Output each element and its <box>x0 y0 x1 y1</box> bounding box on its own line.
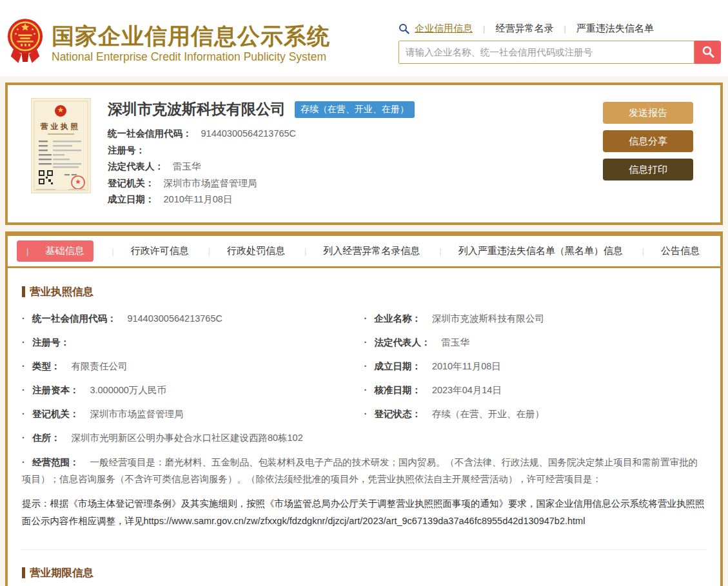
field-label: 注册号： <box>32 337 70 347</box>
license-field-full: 住所： 深圳市光明新区公明办事处合水口社区建设西路80栋102 <box>22 429 706 446</box>
section-divider <box>22 549 706 550</box>
field-label: 住所： <box>32 433 61 443</box>
site-title-en: National Enterprise Credit Information P… <box>52 50 330 64</box>
field-label: 注册资本： <box>32 385 79 395</box>
field-value: 2010年11月08日 <box>432 361 501 371</box>
field-value: 深圳市光明新区公明办事处合水口社区建设西路80栋102 <box>71 433 302 443</box>
company-summary-field: 登记机关： 深圳市市场监督管理局 <box>108 178 603 189</box>
tab[interactable]: 公告信息 <box>641 240 701 262</box>
site-title-cn: 国家企业信用信息公示系统 <box>52 23 330 49</box>
site-brand: 国家企业信用信息公示系统 National Enterprise Credit … <box>6 17 330 70</box>
search-category-link[interactable]: 经营异常名录 <box>473 23 553 35</box>
field-label: 统一社会信用代码： <box>32 313 117 324</box>
field-value: 存续（在营、开业、在册） <box>432 409 544 419</box>
field-value: 3.000000万人民币 <box>90 385 166 395</box>
field-label: 登记状态： <box>374 409 421 419</box>
license-field: 成立日期： 2010年11月08日 <box>364 358 707 375</box>
field-value: 深圳市克波斯科技有限公司 <box>432 313 544 324</box>
field-label: 法定代表人： <box>108 161 164 172</box>
field-value: 2023年04月14日 <box>432 385 502 395</box>
field-label: 核准日期： <box>374 385 421 395</box>
field-label: 统一社会信用代码： <box>108 128 192 139</box>
company-summary-field: 法定代表人： 雷玉华 <box>108 161 603 172</box>
search-category-nav: 企业信用信息 经营异常名录 严重违法失信名单 <box>398 22 721 35</box>
search-button[interactable] <box>694 41 721 64</box>
svg-text:营业执照: 营业执照 <box>40 122 81 131</box>
status-badge: 存续（在营、开业、在册） <box>295 101 415 118</box>
field-value: 91440300564213765C <box>127 313 222 324</box>
tab[interactable]: 列入严重违法失信名单（黑名单）信息 <box>438 240 624 262</box>
field-label: 登记机关： <box>108 178 155 189</box>
search-category-link[interactable]: 企业信用信息 <box>415 23 473 35</box>
company-info: 深圳市克波斯科技有限公司 存续（在营、开业、在册） 统一社会信用代码： 9144… <box>108 98 603 211</box>
field-value: 有限责任公司 <box>71 361 127 371</box>
license-field: 法定代表人： 雷玉华 <box>364 334 707 351</box>
field-label: 注册号： <box>108 145 145 156</box>
company-summary-field: 统一社会信用代码： 91440300564213765C <box>108 128 603 139</box>
license-field: 核准日期： 2023年04月14日 <box>364 382 707 398</box>
tab[interactable]: 行政许可信息 <box>110 240 190 262</box>
section-title-bar-icon <box>22 286 25 297</box>
license-field: 企业名称： 深圳市克波斯科技有限公司 <box>364 310 707 327</box>
search-input[interactable] <box>398 41 694 64</box>
national-emblem-logo <box>6 17 44 70</box>
header-search-area: 企业信用信息 经营异常名录 严重违法失信名单 <box>398 22 721 64</box>
period-section-title: 营业期限信息 <box>22 566 706 580</box>
basic-info-panel: 营业执照信息 统一社会信用代码： 91440300564213765C 注册号： <box>8 268 720 586</box>
search-button-icon <box>702 45 714 60</box>
field-value: 雷玉华 <box>441 337 469 347</box>
field-label: 企业名称： <box>374 313 421 324</box>
search-category-link[interactable]: 严重违法失信名单 <box>553 23 653 35</box>
field-value: 91440300564213765C <box>201 128 297 139</box>
company-summary-field: 注册号： <box>108 145 603 156</box>
tab[interactable]: 基础信息 <box>17 240 93 262</box>
license-field: 注册资本： 3.000000万人民币 <box>22 382 364 398</box>
company-summary-card: 营业执照 深圳市克波斯科技有限公 <box>5 83 723 225</box>
site-header: 国家企业信用信息公示系统 National Enterprise Credit … <box>0 0 728 76</box>
detail-card: 基础信息 行政许可信息 行政处罚信息 列入经营异常名录信息 列入严重违法失信名单… <box>5 231 723 586</box>
business-license-thumbnail[interactable]: 营业执照 <box>31 98 91 193</box>
field-label: 登记机关： <box>32 409 79 419</box>
license-field: 登记机关： 深圳市市场监督管理局 <box>22 405 364 422</box>
license-field: 注册号： <box>22 334 364 351</box>
field-label: 成立日期： <box>374 361 421 371</box>
license-field-full: 经营范围： 一般经营项目是：磨光材料、五金制品、包装材料及电子产品的技术研发；国… <box>22 454 706 487</box>
field-label: 成立日期： <box>108 194 155 205</box>
action-button[interactable]: 信息打印 <box>603 159 693 181</box>
field-value: 2010年11月08日 <box>164 194 233 205</box>
license-field: 统一社会信用代码： 91440300564213765C <box>22 310 364 327</box>
field-label: 经营范围： <box>32 457 79 467</box>
action-button[interactable]: 信息分享 <box>603 130 693 152</box>
field-value: 一般经营项目是：磨光材料、五金制品、包装材料及电子产品的技术研发；国内贸易。（不… <box>22 457 698 484</box>
field-value: 雷玉华 <box>173 161 201 172</box>
tab[interactable]: 列入经营异常名录信息 <box>303 240 421 262</box>
search-icon <box>398 23 409 34</box>
field-label: 法定代表人： <box>374 337 430 347</box>
tab-bar: 基础信息 行政许可信息 行政处罚信息 列入经营异常名录信息 列入严重违法失信名单… <box>8 236 720 268</box>
company-name: 深圳市克波斯科技有限公司 <box>108 99 286 119</box>
field-value: 深圳市市场监督管理局 <box>164 178 257 189</box>
license-section-title: 营业执照信息 <box>22 285 706 299</box>
section-title-bar-icon <box>22 567 25 578</box>
tab[interactable]: 行政处罚信息 <box>207 240 286 262</box>
license-field: 类型： 有限责任公司 <box>22 358 364 375</box>
action-button[interactable]: 发送报告 <box>603 102 693 124</box>
company-summary-field: 成立日期： 2010年11月08日 <box>108 194 603 205</box>
field-value: 深圳市市场监督管理局 <box>90 409 183 419</box>
field-label: 类型： <box>32 361 61 371</box>
license-adjustment-notice: 提示：根据《市场主体登记管理条例》及其实施细则，按照《市场监管总局办公厅关于调整… <box>22 495 706 530</box>
license-field: 登记状态： 存续（在营、开业、在册） <box>364 405 707 422</box>
